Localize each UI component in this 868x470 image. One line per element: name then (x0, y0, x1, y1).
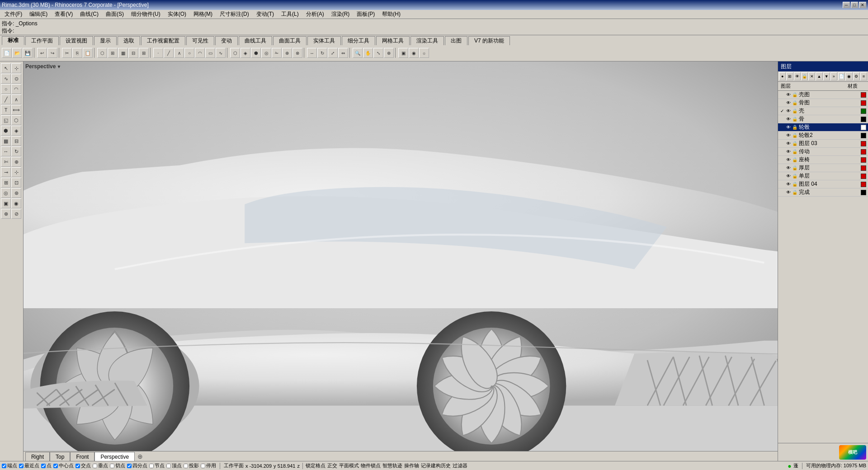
revolve-icon[interactable]: ◎ (261, 48, 271, 58)
layer-menu-icon[interactable]: ≡ (860, 72, 867, 80)
rect-icon[interactable]: ▭ (205, 48, 215, 58)
edit1-tool[interactable]: ✄ (1, 157, 11, 167)
layer-lock-icon[interactable]: 🔒 (792, 182, 798, 187)
menu-help[interactable]: 帮助(H) (378, 9, 404, 19)
menu-subd[interactable]: 细分物件(U) (127, 9, 164, 19)
tab-mesh-tools[interactable]: 网格工具 (376, 36, 410, 45)
layer-vis-icon[interactable]: 👁 (785, 100, 792, 105)
history-btn[interactable]: 记录建构历史 (421, 462, 451, 469)
viewport-arrow[interactable]: ▼ (57, 64, 61, 69)
vp-tab-perspective[interactable]: Perspective (94, 452, 135, 461)
layer-lock-icon[interactable]: 🔒 (792, 117, 798, 122)
maximize-button[interactable]: □ (851, 2, 858, 8)
layer-vis-icon[interactable]: 👁 (785, 108, 792, 113)
zoomext-icon[interactable]: ⤡ (373, 48, 383, 58)
layer-row-drive[interactable]: 👁 🔒 传动 (778, 148, 868, 156)
snap-perp[interactable]: 垂点 (93, 462, 108, 469)
layer-sort-icon[interactable]: ⊞ (786, 72, 793, 80)
ungroup-icon[interactable]: ⊞ (139, 48, 149, 58)
zoomsel-icon[interactable]: ⊕ (384, 48, 394, 58)
menu-edit[interactable]: 编辑(E) (26, 9, 51, 19)
layer-prop-icon[interactable]: ⚙ (853, 72, 860, 80)
layer-row-shell-img[interactable]: 👁 🔒 壳图 (778, 91, 868, 99)
tab-viewport-config[interactable]: 工作视窗配置 (141, 36, 185, 45)
new-icon[interactable]: 📄 (2, 48, 12, 58)
tab-surface-tools[interactable]: 曲面工具 (273, 36, 307, 45)
layer-color-swatch[interactable] (861, 100, 866, 106)
layer-vis-icon[interactable]: 👁 (785, 117, 792, 122)
polyline-tool[interactable]: ∧ (11, 94, 21, 104)
filter-btn[interactable]: 过滤器 (453, 462, 467, 469)
move-icon[interactable]: ↔ (307, 48, 317, 58)
mesh1-tool[interactable]: ▦ (1, 136, 11, 146)
trim-icon[interactable]: ✁ (272, 48, 282, 58)
close-button[interactable]: ✕ (859, 2, 866, 8)
layer-newfile-icon[interactable]: ◉ (845, 72, 852, 80)
layer-eye-icon[interactable]: 👁 (794, 72, 801, 80)
layer-vis-icon[interactable]: 👁 (785, 92, 792, 97)
copy-icon[interactable]: ⎘ (72, 48, 82, 58)
layer-row-layer03[interactable]: 👁 🔒 图层 03 (778, 140, 868, 148)
layer-vis-icon[interactable]: 👁 (785, 174, 792, 179)
snap-perp-check[interactable] (93, 464, 97, 468)
analyze1-tool[interactable]: ⊸ (1, 167, 11, 177)
cut-icon[interactable]: ✂ (62, 48, 72, 58)
viewport-main[interactable]: Perspective ▼ (24, 61, 778, 451)
mirror-icon[interactable]: ⇔ (338, 48, 348, 58)
snap-midpoint-check[interactable] (53, 464, 58, 468)
undo-icon[interactable]: ↩ (37, 48, 47, 58)
snap-vertex-check[interactable] (149, 464, 154, 468)
solid2-tool[interactable]: ◈ (11, 126, 21, 136)
layer-new-icon[interactable]: 📄 (838, 72, 845, 80)
tab-v7-new[interactable]: V7 的新功能 (468, 36, 510, 45)
edit2-tool[interactable]: ⊕ (11, 157, 21, 167)
snap-disable[interactable]: 停用 (201, 462, 216, 469)
snap-point[interactable]: 点 (41, 462, 52, 469)
layer-color-swatch[interactable] (861, 157, 866, 163)
extra2-tool[interactable]: ⊘ (11, 209, 21, 219)
layer-color-swatch[interactable] (861, 165, 866, 171)
layer-lock-icon[interactable]: 🔒 (792, 133, 798, 138)
dim-tool[interactable]: ⟺ (11, 105, 21, 115)
layer-row-bone[interactable]: 👁 🔒 骨 (778, 115, 868, 123)
layer-down-icon[interactable]: ▼ (823, 72, 830, 80)
select-tool[interactable]: ↖ (1, 63, 11, 73)
vp-tab-front[interactable]: Front (70, 452, 94, 461)
line-icon[interactable]: ╱ (164, 48, 174, 58)
tab-solid-tools[interactable]: 实体工具 (307, 36, 341, 45)
layer-row-single[interactable]: 👁 🔒 单层 (778, 172, 868, 180)
snap1-tool[interactable]: ◎ (1, 188, 11, 198)
surface2-tool[interactable]: ⬡ (11, 115, 21, 125)
vp-tab-right[interactable]: Right (25, 452, 50, 461)
analyze2-tool[interactable]: ⊹ (11, 167, 21, 177)
text-tool[interactable]: T (1, 105, 11, 115)
layer-vis-icon[interactable]: 👁 (785, 190, 792, 195)
tab-visibility[interactable]: 可见性 (186, 36, 214, 45)
layer-row-layer04[interactable]: 👁 🔒 图层 04 (778, 180, 868, 188)
layer-color-swatch[interactable] (861, 92, 866, 98)
tab-render-tools[interactable]: 渲染工具 (410, 36, 444, 45)
select-icon[interactable]: ⬡ (97, 48, 107, 58)
layer-row-wheel-hub[interactable]: 👁 🔒 轮毂 (778, 123, 868, 132)
menu-panels[interactable]: 面板(P) (353, 9, 378, 19)
layer-x-icon[interactable]: ✕ (808, 72, 815, 80)
light-icon[interactable]: ☼ (419, 48, 429, 58)
menu-render[interactable]: 渲染(R) (328, 9, 354, 19)
snap-nearest[interactable]: 最近点 (19, 462, 39, 469)
op-axis-btn[interactable]: 操作轴 (404, 462, 419, 469)
snap-intersect[interactable]: 交点 (75, 462, 91, 469)
select-pts-tool[interactable]: ⊹ (11, 63, 21, 73)
solid1-tool[interactable]: ⬢ (1, 126, 11, 136)
layer-lock-icon[interactable]: 🔒 (792, 141, 798, 146)
ortho-btn[interactable]: 正交 (327, 462, 337, 469)
grid-lock-btn[interactable]: 锁定格点 (306, 462, 326, 469)
snap-topvert-check[interactable] (166, 464, 171, 468)
layer-color-swatch[interactable] (861, 190, 866, 195)
polyline-icon[interactable]: ∧ (174, 48, 184, 58)
layer-expand-icon[interactable]: » (830, 72, 837, 80)
layer-color-swatch[interactable] (861, 174, 866, 179)
layer-lock-icon[interactable]: 🔒 (792, 174, 798, 179)
circle-tool[interactable]: ○ (1, 84, 11, 94)
layer-vis-icon[interactable]: 👁 (785, 125, 792, 130)
layer-color-swatch[interactable] (861, 133, 866, 138)
